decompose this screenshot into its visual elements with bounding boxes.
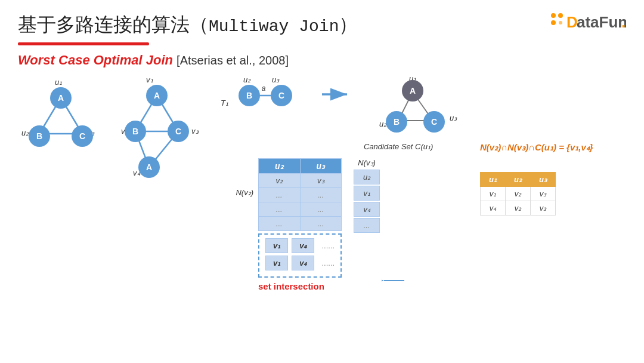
wcoj-reference: [Atserias et al., 2008] (177, 54, 289, 67)
logo: D ataFun . (549, 11, 626, 39)
result-v2b: v₂ (505, 201, 530, 216)
result-v2a: v₂ (505, 187, 530, 201)
table-cell-dots2: ... (300, 188, 342, 202)
nv3-cell-v1: v₁ (354, 186, 380, 201)
result-row1: v₁ v₂ v₃ (481, 187, 556, 201)
table-row-nv2b: ... ... (259, 217, 342, 231)
svg-text:D: D (566, 13, 578, 31)
graph2-v1-label: v₁ (146, 75, 153, 84)
table-row: v₂ v₃ (259, 174, 342, 188)
set-intersection-box: v₁ v₄ ...... v₁ v₄ ...... (258, 233, 342, 278)
svg-point-1 (558, 13, 563, 18)
graph1-nodeB-label: B (36, 131, 42, 141)
graph1-u2-label: u₂ (21, 128, 29, 137)
candidate-set-label: Candidate Set C(u₁) (364, 142, 471, 151)
svg-text:ataFun: ataFun (577, 13, 626, 31)
table-cell-dots3: ... (259, 202, 301, 217)
main-content: u₁ u₂ u₃ A B C v₁ v₂ v₃ v₄ (0, 73, 644, 291)
datafun-logo-icon: D ataFun . (549, 11, 626, 35)
sint-row1: v₁ v₄ ...... (265, 238, 335, 253)
graph1-nodeA-label: A (58, 93, 64, 103)
sint-dots1: ...... (321, 241, 335, 250)
nv3-label: N(v₃) (358, 158, 376, 167)
graph2-v3-label: v₃ (191, 127, 199, 136)
t1-label: T₁ (221, 99, 228, 107)
nv3-column: u₂ v₁ v₄ ... (354, 170, 380, 233)
join-table: u₂ u₃ v₂ v₃ ... ... (258, 158, 342, 231)
t1-graph: T₁ u₂ u₃ a B C (221, 73, 316, 127)
nv2-label: N(v₂) (236, 188, 253, 197)
cand-nodeC-label: C (431, 117, 437, 127)
table-header-u3: u₃ (300, 159, 342, 174)
graph1-nodeC-label: C (79, 131, 85, 141)
graph2-diamond: v₁ v₂ v₃ v₄ A B C A (116, 73, 209, 183)
graph2-nodeA-bottom-label: A (146, 162, 152, 172)
sint-dots2: ...... (321, 259, 335, 267)
result-row2: v₄ v₂ v₃ (481, 201, 556, 216)
page-title: 基于多路连接的算法（Multiway Join） (18, 12, 358, 38)
sint-v1a: v₁ (265, 238, 288, 253)
svg-text:.: . (621, 13, 626, 31)
sint-v1b: v₁ (265, 256, 288, 270)
result-header-u2: u₂ (505, 173, 530, 187)
table-row: ... ... (259, 188, 342, 202)
wcoj-heading: Worst Case Optimal Join [Atserias et al.… (0, 53, 644, 68)
candidate-graph: u₁ u₂ u₃ A B C (364, 73, 471, 139)
t1-u3-label: u₃ (272, 75, 280, 84)
back-arrow-icon (382, 272, 405, 290)
red-underline (18, 42, 149, 45)
svg-point-2 (551, 20, 556, 25)
sint-row2: v₁ v₄ ...... (265, 256, 335, 270)
table-cell-v3: v₃ (300, 174, 342, 188)
result-header-u1: u₁ (481, 173, 506, 187)
right-arrow-icon (322, 81, 352, 111)
svg-point-0 (551, 13, 556, 18)
intersection-formula: N(v₂)∩N(v₃)∩C(u₁) = {v₁,v₄} (480, 142, 593, 153)
result-v3a: v₃ (530, 187, 555, 201)
cand-u3-label: u₃ (450, 113, 457, 122)
sint-v4b: v₄ (292, 256, 314, 270)
t1-nodeB-label: B (246, 91, 252, 100)
table-row-nv2: ... ... (259, 202, 342, 217)
graph2-nodeB-label: B (132, 127, 138, 136)
graph2-nodeA-top-label: A (154, 91, 160, 100)
graphs-section: u₁ u₂ u₃ A B C v₁ v₂ v₃ v₄ (12, 73, 209, 291)
result-v1: v₁ (481, 187, 506, 201)
header: 基于多路连接的算法（Multiway Join） D ataFun . (0, 0, 644, 39)
nv3-cell-dots: ... (354, 218, 380, 233)
t1-u2-label: u₂ (243, 75, 251, 84)
nv3-cell-v4: v₄ (354, 202, 380, 217)
graph2-nodeC-label: C (175, 127, 181, 136)
table-cell-dots6: ... (300, 217, 342, 231)
result-header-u3: u₃ (530, 173, 555, 187)
cand-nodeB-label: B (394, 117, 400, 127)
graph1-triangle: u₁ u₂ u₃ A B C (12, 73, 104, 165)
nv3-cell-u2: u₂ (354, 170, 380, 184)
table-cell-dots4: ... (300, 202, 342, 217)
graph1-u1-label: u₁ (55, 78, 62, 87)
set-intersection-label: set intersection (258, 281, 342, 291)
svg-point-3 (559, 21, 562, 24)
table-header-u2: u₂ (259, 159, 301, 174)
table-cell-v2: v₂ (259, 174, 301, 188)
wcoj-title: Worst Case Optimal Join (18, 53, 173, 67)
result-v3b: v₃ (530, 201, 555, 216)
result-v4: v₄ (481, 201, 506, 216)
t1-edge-a-label: a (262, 84, 266, 93)
table-cell-dots5: ... (259, 217, 301, 231)
result-table: u₁ u₂ u₃ v₁ v₂ v₃ v₄ v₂ v₃ (480, 172, 556, 216)
cand-nodeA-label: A (410, 86, 416, 96)
sint-v4a: v₄ (292, 238, 314, 253)
table-cell-dots1: ... (259, 188, 301, 202)
right-section: N(v₂)∩N(v₃)∩C(u₁) = {v₁,v₄} u₁ u₂ u₃ v₁ … (480, 79, 593, 291)
t1-nodeC-label: C (278, 91, 284, 100)
